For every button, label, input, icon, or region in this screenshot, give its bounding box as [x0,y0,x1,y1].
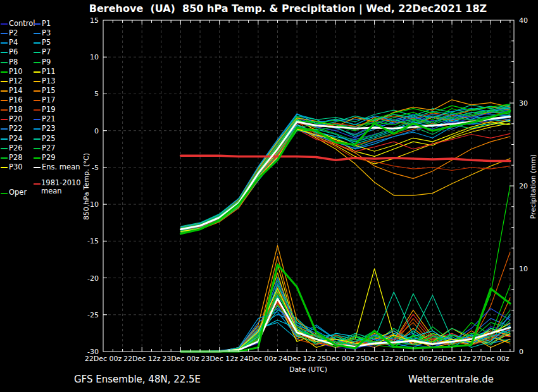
legend-label: P10 [9,68,23,76]
clim-mean-swatch [34,183,41,185]
legend-label: P3 [42,29,51,37]
legend-swatch [1,138,8,140]
legend-swatch [34,81,41,82]
legend-label: Control [9,20,35,28]
legend-label: P1 [42,20,51,28]
legend-label: P29 [42,154,56,162]
legend-label: P13 [42,77,56,85]
legend-label: P25 [42,135,56,143]
legend-swatch [1,81,8,82]
legend-swatch [1,119,8,120]
legend-label: P5 [42,39,51,47]
y-axis-title-temp: 850 hPa Temp. (°C) [82,153,91,220]
x-axis-title: Date (UTC) [289,365,327,374]
legend-label: P19 [42,106,56,114]
legend-label: P18 [9,106,23,114]
legend-label: P7 [42,48,51,56]
legend-swatch [1,33,8,34]
legend-label: P22 [9,125,23,133]
footer-model-info: GFS Ensemble, 48N, 22.5E [74,374,201,385]
svg-text:23Dec 12z: 23Dec 12z [201,355,238,363]
legend-label: P12 [9,77,23,85]
legend-swatch [34,100,41,101]
legend-swatch [34,90,41,92]
svg-text:10: 10 [519,265,528,273]
legend-swatch [1,109,8,111]
legend-label: P28 [9,154,23,162]
legend-swatch [1,23,8,25]
legend-label: P4 [9,39,18,47]
legend-label: P23 [42,125,56,133]
svg-text:0: 0 [519,348,523,356]
legend-swatch [34,42,41,44]
legend-label: P6 [9,48,18,56]
legend-label: P8 [9,58,18,66]
legend-label: P11 [42,68,56,76]
legend-label: Ens. mean [42,163,80,171]
legend-label: P15 [42,87,56,95]
legend-label: P14 [9,87,23,95]
legend-swatch [1,42,8,44]
legend-label: P2 [9,29,18,37]
svg-text:25Dec 00z: 25Dec 00z [317,355,354,363]
svg-text:26Dec 00z: 26Dec 00z [395,355,432,363]
legend-swatch [1,157,8,159]
weather-chart-page: Berehove (UA) 850 hPa Temp. & Precipitat… [0,0,538,392]
legend-swatch [34,119,41,120]
legend-swatch [1,62,8,63]
legend-swatch [34,148,41,149]
legend-label: P21 [42,115,56,123]
svg-text:24Dec 12z: 24Dec 12z [278,355,316,363]
legend-label: P26 [9,144,23,152]
legend-swatch [34,157,41,159]
legend-swatch [34,52,41,53]
legend-label: P20 [9,115,23,123]
legend-swatch [34,23,41,25]
legend-swatch [1,128,8,130]
legend-label: P30 [9,163,23,171]
legend-label: P24 [9,135,23,143]
svg-text:22Dec 12z: 22Dec 12z [123,355,161,363]
footer-brand: Wetterzentrale.de [408,374,494,385]
svg-text:30: 30 [519,99,528,107]
legend-swatch [1,148,8,149]
legend-swatch [34,138,41,140]
legend-label: P16 [9,96,23,104]
legend-label: P17 [42,96,56,104]
legend-swatch [1,52,8,53]
legend-swatch [1,167,8,168]
legend-swatch [34,167,41,168]
legend-label: P9 [42,58,51,66]
svg-text:20: 20 [519,182,528,190]
legend-swatch [34,128,41,130]
legend-swatch [1,90,8,92]
legend-swatch [34,62,41,63]
legend-swatch [34,109,41,111]
legend-clim-mean-line2: mean [41,187,62,195]
legend-swatch [1,100,8,101]
legend-swatch [34,33,41,34]
svg-text:25Dec 12z: 25Dec 12z [356,355,393,363]
y-axis-title-precip: Precipitation (mm) [529,154,537,219]
svg-text:23Dec 00z: 23Dec 00z [162,355,199,363]
svg-text:24Dec 00z: 24Dec 00z [240,355,277,363]
legend-swatch [1,71,8,73]
svg-text:27Dec 00z: 27Dec 00z [472,355,510,363]
legend-label: P27 [42,144,56,152]
legend-swatch [34,71,41,73]
legend-oper: Oper [9,188,27,197]
svg-text:26Dec 12z: 26Dec 12z [434,355,471,363]
svg-text:40: 40 [519,16,528,25]
oper-swatch [1,193,8,194]
